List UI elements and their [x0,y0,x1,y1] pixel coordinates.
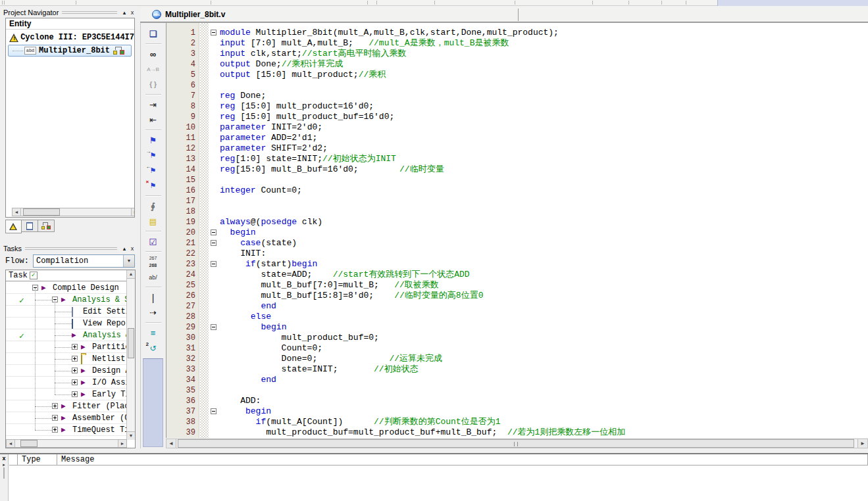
messages-body[interactable] [9,465,868,501]
analyze-file-icon[interactable]: ☑ [145,234,162,249]
scroll-left-icon[interactable]: ◄ [7,440,15,447]
task-row[interactable]: ▶Early Timi [6,389,127,400]
task-row[interactable]: ▶Assembler (Ger [6,412,127,424]
collapse-panel-icon[interactable]: ▴ [120,9,128,16]
syntax-color-icon[interactable]: ab/ [145,270,162,285]
find-icon[interactable]: ∞ [145,47,162,62]
code-line[interactable]: if(start)begin [220,259,317,270]
panel-drag-grip[interactable] [3,467,5,479]
code-line[interactable]: state=ADD; //start有效跳转到下一个状态ADD [220,270,470,280]
close-panel-icon[interactable]: x [128,245,136,252]
flow-combobox[interactable]: Compilation ▼ [33,254,135,268]
tasks-hscrollbar[interactable]: ◄ ► [6,439,127,448]
scroll-thumb[interactable] [23,208,60,216]
code-line[interactable]: reg [15:0] mult_product=16'd0; [220,101,374,112]
code-line[interactable]: Count=0; [220,343,322,354]
code-line[interactable]: mult_B_buf[7:0]=mult_B; //取被乘数 [220,280,439,291]
code-line[interactable]: parameter ADD=2'd1; [220,133,317,143]
tree-item-entity-selected[interactable]: abd Multiplier_8bit [8,45,132,57]
code-line[interactable]: always@(posedge clk) [220,217,322,227]
attach-file-icon[interactable]: ∮ [145,199,162,214]
code-line[interactable]: module Multiplier_8bit(mult_A,mult_B,clk… [220,28,559,38]
code-line[interactable]: input clk,start;//start高电平时输入乘数 [220,49,406,59]
code-line[interactable]: output Done;//乘积计算完成 [220,59,343,70]
indent-icon[interactable]: ⇥ [145,97,162,112]
scroll-left-icon[interactable]: ◄ [13,208,21,216]
code-line[interactable]: begin [220,322,286,333]
code-line[interactable]: state=INIT; //初始状态 [220,364,419,375]
navigator-hscrollbar[interactable]: ◄ ► [12,208,135,216]
align-lines-icon[interactable]: ≡ [145,325,162,341]
tree-item-device[interactable]: ! Cyclone III: EP3C5E144I7 [6,32,134,43]
editor-hscrollbar[interactable]: ◄ ► [166,439,868,448]
task-row[interactable]: ✓▶Analysis & Syn [6,294,127,306]
cursor-bar-icon[interactable]: | [145,290,162,305]
task-row[interactable]: ✓▶Analysis & [6,329,127,341]
code-line[interactable]: if(mult_A[Count]) //判断乘数的第Count位是否为1 [220,417,500,427]
tab-multiplier-8bit[interactable]: Multiplier_8bit.v [165,10,225,19]
code-line[interactable]: reg Done; [220,91,266,101]
clear-bookmarks-icon[interactable]: ⚑× [145,178,162,193]
code-line[interactable]: output [15:0] mult_product;//乘积 [220,70,386,80]
match-brace-icon[interactable]: { } [145,77,162,92]
code-line[interactable]: parameter SHIFT=2'd2; [220,143,328,154]
code-fold-icon[interactable] [211,324,217,330]
code-line[interactable]: Done=0; //运算未完成 [220,354,442,364]
expand-icon[interactable] [72,344,78,350]
task-row[interactable]: Netlist Vi [6,353,127,365]
code-line[interactable]: mult_product_buf=0; [220,333,379,343]
task-row[interactable]: Edit Setti [6,306,127,318]
scroll-thumb[interactable] [128,328,134,358]
collapse-panel-icon[interactable]: ▴ [120,245,128,252]
code-line[interactable]: reg[15:0] mult_B_buf=16'd0; //临时变量 [220,164,444,175]
chevron-down-icon[interactable]: ▼ [123,255,134,267]
code-line[interactable]: begin [220,406,271,417]
scroll-thumb[interactable] [20,440,38,447]
code-fold-icon[interactable] [211,408,217,414]
task-row[interactable]: ▶TimeQuest Timi [6,424,127,436]
code-line[interactable]: ADD: [220,396,261,406]
scroll-right-icon[interactable]: ► [857,439,867,448]
close-panel-icon[interactable]: x [128,9,136,16]
expand-icon[interactable] [72,368,78,373]
code-fold-icon[interactable] [211,261,217,267]
task-row[interactable]: View Repor [6,318,127,329]
outdent-icon[interactable]: ⇤ [145,112,162,128]
scroll-down-icon[interactable]: ▼ [127,431,135,440]
previous-edit-icon[interactable]: ↺2 [145,341,162,356]
expand-icon[interactable] [52,415,58,421]
replace-icon[interactable]: A→B [145,62,162,77]
code-line[interactable]: reg[1:0] state=INIT;//初始状态为INIT [220,154,396,164]
expand-icon[interactable] [72,379,78,385]
expand-icon[interactable] [52,403,58,409]
task-row[interactable]: ▶I/O Assign [6,377,127,389]
message-column-header[interactable]: Message [57,454,868,465]
scroll-thumb[interactable] [178,439,854,448]
scroll-right-icon[interactable]: ► [118,440,126,447]
new-window-icon[interactable]: ❏ [145,26,162,41]
close-messages-icon[interactable]: x [0,454,8,462]
scroll-right-icon[interactable]: ► [131,208,135,216]
code-fold-icon[interactable] [211,240,217,246]
type-column-header[interactable]: Type [18,454,57,465]
expand-icon[interactable] [52,427,58,433]
code-line[interactable]: begin [220,227,256,238]
code-line[interactable]: reg [15:0] mult_product_buf=16'd0; [220,112,394,122]
tab-files[interactable] [22,220,38,232]
code-line[interactable]: mult_B_buf[15:8]=8'd0; //临时变量的高8位置0 [220,291,483,301]
code-line[interactable]: integer Count=0; [220,185,302,196]
next-bookmark-icon[interactable]: ⚑→ [145,148,162,163]
code-fold-icon[interactable] [211,229,217,235]
scroll-up-icon[interactable]: ▲ [127,270,135,279]
tab-design-units[interactable] [38,220,55,232]
expand-messages-icon[interactable]: ▸ [0,462,8,467]
code-line[interactable]: parameter INIT=2'd0; [220,122,322,133]
insert-template-icon[interactable]: ▤ [145,214,162,229]
expand-icon[interactable] [72,356,78,362]
previous-bookmark-icon[interactable]: ⚑← [145,163,162,178]
code-line[interactable]: end [220,301,276,312]
code-line[interactable]: mult_product_buf=mult_product_buf+mult_B… [220,427,625,438]
scroll-left-icon[interactable]: ◄ [166,439,176,448]
expand-icon[interactable] [72,391,78,397]
code-line[interactable]: end [220,375,276,385]
